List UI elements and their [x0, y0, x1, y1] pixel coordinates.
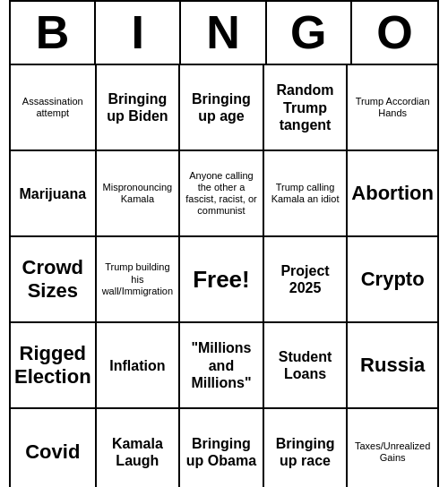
bingo-cell-3: Random Trump tangent	[264, 65, 349, 151]
cell-text: Bringing up age	[184, 90, 259, 124]
cell-text: Marijuana	[19, 185, 86, 202]
cell-text: Trump building his wall/Immigration	[100, 261, 176, 297]
bingo-letter-I: I	[96, 2, 181, 64]
cell-text: Abortion	[351, 182, 434, 205]
cell-text: Trump calling Kamala an idiot	[268, 182, 343, 205]
cell-text: Taxes/Unrealized Gains	[351, 440, 434, 464]
bingo-cell-13: Project 2025	[264, 237, 349, 323]
bingo-cell-6: Mispronouncing Kamala	[97, 151, 181, 237]
cell-text: Student Loans	[268, 348, 343, 382]
bingo-cell-4: Trump Accordian Hands	[348, 65, 437, 151]
cell-text: Trump Accordian Hands	[351, 96, 434, 119]
bingo-cell-2: Bringing up age	[180, 65, 264, 151]
bingo-header: BINGO	[11, 2, 437, 65]
bingo-card: BINGO Assassination attemptBringing up B…	[9, 0, 439, 487]
bingo-cell-18: Student Loans	[264, 323, 349, 409]
cell-text: Mispronouncing Kamala	[100, 182, 176, 205]
bingo-letter-O: O	[352, 2, 437, 64]
cell-text: Crowd Sizes	[14, 256, 91, 303]
cell-text: Bringing up Biden	[100, 90, 176, 124]
bingo-cell-0: Assassination attempt	[11, 65, 97, 151]
cell-text: Anyone calling the other a fascist, raci…	[184, 170, 259, 218]
bingo-cell-9: Abortion	[348, 151, 437, 237]
bingo-cell-22: Bringing up Obama	[180, 409, 264, 487]
cell-text: Bringing up Obama	[184, 435, 259, 469]
bingo-cell-7: Anyone calling the other a fascist, raci…	[180, 151, 264, 237]
cell-text: Kamala Laugh	[100, 435, 176, 469]
bingo-cell-16: Inflation	[97, 323, 181, 409]
cell-text: "Millions and Millions"	[184, 339, 259, 391]
cell-text: Free!	[193, 266, 250, 294]
bingo-letter-N: N	[181, 2, 266, 64]
bingo-letter-B: B	[11, 2, 96, 64]
bingo-cell-17: "Millions and Millions"	[180, 323, 264, 409]
cell-text: Russia	[360, 354, 425, 377]
cell-text: Project 2025	[268, 262, 343, 296]
bingo-cell-5: Marijuana	[11, 151, 97, 237]
bingo-cell-23: Bringing up race	[264, 409, 349, 487]
bingo-cell-8: Trump calling Kamala an idiot	[264, 151, 349, 237]
cell-text: Covid	[25, 440, 80, 464]
bingo-cell-19: Russia	[348, 323, 437, 409]
bingo-cell-14: Crypto	[348, 237, 437, 323]
bingo-cell-11: Trump building his wall/Immigration	[97, 237, 181, 323]
bingo-cell-1: Bringing up Biden	[97, 65, 181, 151]
bingo-cell-12: Free!	[180, 237, 264, 323]
cell-text: Bringing up race	[268, 435, 343, 469]
cell-text: Random Trump tangent	[268, 81, 343, 133]
bingo-letter-G: G	[267, 2, 352, 64]
cell-text: Rigged Election	[14, 342, 91, 389]
cell-text: Inflation	[109, 357, 165, 374]
cell-text: Assassination attempt	[14, 96, 91, 119]
bingo-cell-10: Crowd Sizes	[11, 237, 97, 323]
bingo-cell-24: Taxes/Unrealized Gains	[348, 409, 437, 487]
bingo-cell-21: Kamala Laugh	[97, 409, 181, 487]
cell-text: Crypto	[361, 268, 425, 291]
bingo-cell-20: Covid	[11, 409, 97, 487]
bingo-grid: Assassination attemptBringing up BidenBr…	[11, 65, 437, 487]
bingo-cell-15: Rigged Election	[11, 323, 97, 409]
